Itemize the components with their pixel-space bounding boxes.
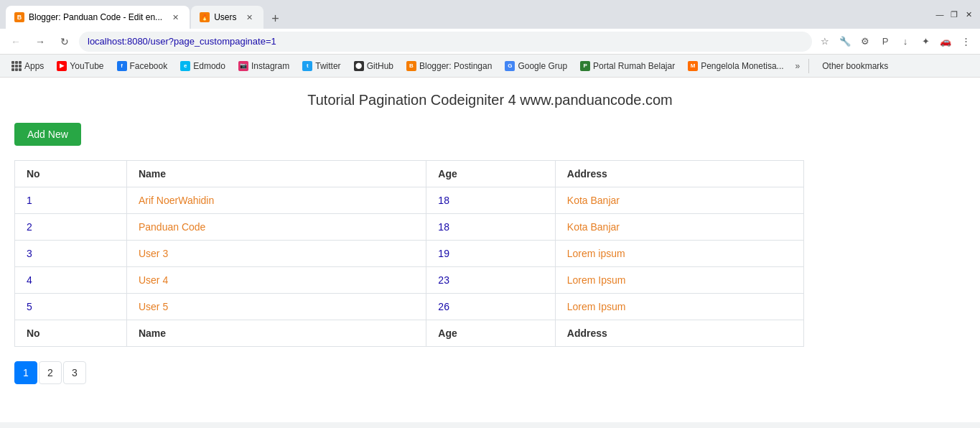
star-icon[interactable]: ☆	[816, 33, 834, 50]
bookmark-pengelola[interactable]: M Pengelola Monetisa...	[682, 59, 789, 73]
twitter-icon: t	[302, 61, 312, 71]
bookmark-google-grup[interactable]: G Google Grup	[499, 59, 573, 73]
bookmark-edmodo[interactable]: e Edmodo	[174, 59, 231, 73]
apps-icon	[11, 61, 22, 71]
address-bar-icons: ☆ 🔧 ⚙ P ↓ ✦ 🚗 ⋮	[816, 33, 974, 50]
new-tab-button[interactable]: +	[265, 9, 285, 29]
bookmark-portal[interactable]: P Portal Rumah Belajar	[574, 59, 681, 73]
col-address-footer: Address	[555, 320, 803, 347]
col-age-header: Age	[426, 161, 555, 187]
cell-address: Lorem ipsum	[555, 241, 803, 267]
tab-users[interactable]: 🔥 Users ✕	[191, 6, 263, 29]
cell-name[interactable]: Panduan Code	[126, 214, 426, 241]
pagination-btn-2[interactable]: 2	[39, 361, 62, 384]
other-bookmarks-label: Other bookmarks	[822, 61, 888, 71]
cell-address: Kota Banjar	[555, 214, 803, 241]
col-address-header: Address	[555, 161, 803, 187]
bookmarks-bar: Apps ▶ YouTube f Facebook e Edmodo 📷 Ins…	[0, 55, 980, 78]
other-bookmarks[interactable]: Other bookmarks	[816, 59, 894, 73]
bookmark-github-label: GitHub	[367, 61, 393, 71]
cell-name[interactable]: User 3	[126, 241, 426, 267]
tab-users-label: Users	[214, 12, 236, 22]
bookmark-facebook[interactable]: f Facebook	[111, 59, 174, 73]
col-age-footer: Age	[426, 320, 555, 347]
bookmark-youtube-label: YouTube	[70, 61, 103, 71]
bookmark-blogger-post[interactable]: B Blogger: Postingan	[401, 59, 498, 73]
reload-button[interactable]: ↻	[55, 32, 75, 52]
bookmark-instagram[interactable]: 📷 Instagram	[233, 59, 295, 73]
bookmark-github[interactable]: ⬤ GitHub	[348, 59, 399, 73]
maximize-button[interactable]: ❐	[948, 9, 960, 20]
facebook-icon: f	[117, 61, 127, 71]
tab-blogger-close[interactable]: ✕	[169, 11, 181, 23]
cell-no[interactable]: 5	[15, 294, 127, 320]
grid-icon	[11, 61, 22, 71]
cell-address: Lorem Ipsum	[555, 267, 803, 294]
col-name-footer: Name	[126, 320, 426, 347]
settings-icon[interactable]: ⚙	[857, 33, 874, 50]
close-button[interactable]: ✕	[963, 9, 974, 20]
tab-users-close[interactable]: ✕	[243, 11, 255, 23]
bookmark-twitter[interactable]: t Twitter	[297, 59, 346, 73]
cell-age: 19	[426, 241, 555, 267]
url-input[interactable]	[79, 32, 812, 52]
cell-no[interactable]: 1	[15, 187, 127, 214]
google-grup-icon: G	[505, 61, 515, 71]
cell-name[interactable]: User 4	[126, 267, 426, 294]
tab-blogger-label: Blogger: Panduan Code - Edit en...	[29, 12, 162, 22]
pagination-btn-3[interactable]: 3	[63, 361, 86, 384]
cell-age: 26	[426, 294, 555, 320]
cell-name[interactable]: User 5	[126, 294, 426, 320]
page-title: Tutorial Pagination Codeigniter 4 www.pa…	[14, 92, 966, 108]
menu-icon[interactable]: ⋮	[957, 33, 974, 50]
extension-icon[interactable]: 🔧	[836, 33, 854, 50]
pengelola-icon: M	[688, 61, 698, 71]
bookmark-apps[interactable]: Apps	[6, 59, 50, 73]
minimize-button[interactable]: —	[934, 9, 946, 20]
bookmarks-separator	[808, 59, 809, 73]
extra-icon2[interactable]: 🚗	[937, 33, 954, 50]
blogger-post-icon: B	[406, 61, 416, 71]
window-controls: — ❐ ✕	[934, 9, 974, 20]
table-header-row: No Name Age Address	[15, 161, 804, 187]
cell-no[interactable]: 3	[15, 241, 127, 267]
bookmark-portal-label: Portal Rumah Belajar	[593, 61, 675, 71]
bookmark-edmodo-label: Edmodo	[193, 61, 225, 71]
bookmarks-more[interactable]: »	[791, 59, 805, 73]
col-no-header: No	[15, 161, 127, 187]
youtube-icon: ▶	[57, 61, 67, 71]
page-content: Tutorial Pagination Codeigniter 4 www.pa…	[0, 78, 980, 422]
back-button[interactable]: ←	[6, 32, 26, 52]
cell-no[interactable]: 4	[15, 267, 127, 294]
table-row: 1 Arif NoerWahidin 18 Kota Banjar	[15, 187, 804, 214]
tab-blogger[interactable]: B Blogger: Panduan Code - Edit en... ✕	[6, 6, 190, 29]
bookmark-google-grup-label: Google Grup	[518, 61, 567, 71]
edmodo-icon: e	[180, 61, 190, 71]
extra-icon1[interactable]: ↓	[897, 33, 914, 50]
users-favicon: 🔥	[200, 12, 210, 22]
blogger-favicon: B	[14, 12, 24, 22]
add-new-button[interactable]: Add New	[14, 123, 81, 146]
bookmark-twitter-label: Twitter	[315, 61, 340, 71]
bookmark-youtube[interactable]: ▶ YouTube	[51, 59, 109, 73]
bookmark-blogger-post-label: Blogger: Postingan	[419, 61, 492, 71]
forward-button[interactable]: →	[30, 32, 50, 52]
bookmark-facebook-label: Facebook	[130, 61, 168, 71]
cell-age: 18	[426, 214, 555, 241]
table-footer-row: No Name Age Address	[15, 320, 804, 347]
address-bar: ← → ↻ ☆ 🔧 ⚙ P ↓ ✦ 🚗 ⋮	[0, 29, 980, 55]
github-icon: ⬤	[354, 61, 364, 71]
cell-address: Kota Banjar	[555, 187, 803, 214]
cell-no[interactable]: 2	[15, 214, 127, 241]
cell-name[interactable]: Arif NoerWahidin	[126, 187, 426, 214]
col-no-footer: No	[15, 320, 127, 347]
tab-bar: B Blogger: Panduan Code - Edit en... ✕ 🔥…	[6, 0, 285, 29]
table-row: 4 User 4 23 Lorem Ipsum	[15, 267, 804, 294]
pinterest-icon[interactable]: P	[877, 33, 894, 50]
pagination: 123	[14, 361, 966, 384]
pagination-btn-1[interactable]: 1	[14, 361, 37, 384]
table-row: 5 User 5 26 Lorem Ipsum	[15, 294, 804, 320]
cell-age: 18	[426, 187, 555, 214]
table-row: 2 Panduan Code 18 Kota Banjar	[15, 214, 804, 241]
chrome-icon[interactable]: ✦	[917, 33, 934, 50]
